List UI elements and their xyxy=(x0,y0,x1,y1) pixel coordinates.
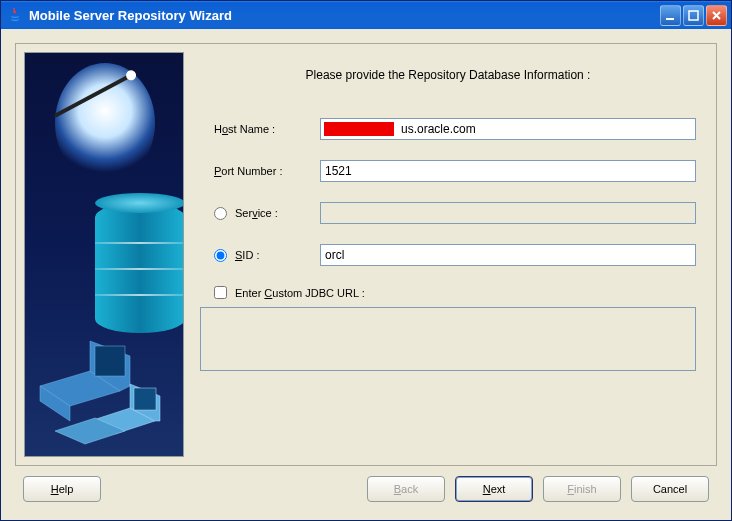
service-label-cell: Service : xyxy=(200,207,320,220)
help-button[interactable]: Help xyxy=(23,476,101,502)
next-button[interactable]: Next xyxy=(455,476,533,502)
custom-url-checkbox[interactable] xyxy=(214,286,227,299)
sid-input[interactable] xyxy=(320,244,696,266)
page-instruction: Please provide the Repository Database I… xyxy=(200,68,696,82)
content-area: Please provide the Repository Database I… xyxy=(1,29,731,520)
window-controls xyxy=(660,5,727,26)
service-input xyxy=(320,202,696,224)
svg-rect-8 xyxy=(134,388,156,410)
sid-radio[interactable] xyxy=(214,249,227,262)
redacted-block xyxy=(324,122,394,136)
wizard-window: Mobile Server Repository Wizard xyxy=(0,0,732,521)
port-row: Port Number : xyxy=(200,160,696,182)
close-button[interactable] xyxy=(706,5,727,26)
service-radio[interactable] xyxy=(214,207,227,220)
svg-rect-5 xyxy=(95,346,125,376)
back-button: Back xyxy=(367,476,445,502)
port-number-input[interactable] xyxy=(320,160,696,182)
port-label: Port Number : xyxy=(200,165,320,177)
java-icon xyxy=(7,7,23,23)
service-label: Service : xyxy=(235,207,278,219)
titlebar: Mobile Server Repository Wizard xyxy=(1,1,731,29)
custom-url-label-cell: Enter Custom JDBC URL : xyxy=(200,286,365,299)
laptops-icon xyxy=(35,326,175,446)
custom-url-text-row xyxy=(200,307,696,371)
custom-url-check-row: Enter Custom JDBC URL : xyxy=(200,286,696,299)
host-row: Host Name : xyxy=(200,118,696,140)
sid-label-cell: SID : xyxy=(200,249,320,262)
host-label: Host Name : xyxy=(200,123,320,135)
custom-url-textarea xyxy=(200,307,696,371)
svg-rect-0 xyxy=(666,18,674,20)
custom-url-label: Enter Custom JDBC URL : xyxy=(235,287,365,299)
svg-rect-1 xyxy=(689,11,698,20)
minimize-button[interactable] xyxy=(660,5,681,26)
wizard-frame: Please provide the Repository Database I… xyxy=(15,43,717,466)
window-title: Mobile Server Repository Wizard xyxy=(29,8,232,23)
sid-label: SID : xyxy=(235,249,259,261)
wizard-illustration xyxy=(24,52,184,457)
form-area: Please provide the Repository Database I… xyxy=(192,52,708,457)
maximize-button[interactable] xyxy=(683,5,704,26)
sid-row: SID : xyxy=(200,244,696,266)
cancel-button[interactable]: Cancel xyxy=(631,476,709,502)
finish-button: Finish xyxy=(543,476,621,502)
button-bar: Help Back Next Finish Cancel xyxy=(15,466,717,506)
service-row: Service : xyxy=(200,202,696,224)
